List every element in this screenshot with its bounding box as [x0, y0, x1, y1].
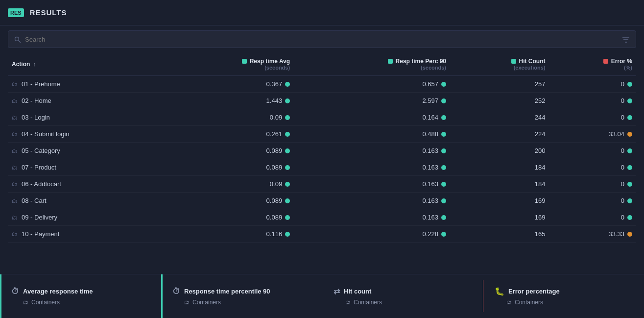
- cell-error-pct-6: 0: [549, 176, 636, 193]
- hit-count-label: Hit count: [344, 288, 371, 295]
- resp-p90-dot-9: [441, 232, 446, 237]
- error-pct-folder-icon: 🗂: [506, 299, 512, 305]
- hit-count-value-2: 244: [535, 114, 546, 121]
- col-hit-count[interactable]: Hit Count (executions): [450, 53, 549, 76]
- folder-icon-5: 🗂: [12, 164, 18, 171]
- error-pct-value-2: 0: [621, 114, 624, 121]
- action-name-1: 02 - Home: [22, 97, 51, 104]
- resp-p90-value-5: 0.163: [422, 164, 438, 171]
- resp-avg-dot-1: [285, 98, 290, 103]
- col-resp-p90[interactable]: Resp time Perc 90 (seconds): [294, 53, 450, 76]
- resp-avg-value-5: 0.089: [266, 164, 283, 171]
- error-pct-sub: Containers: [515, 299, 543, 306]
- cell-hit-count-1: 252: [450, 93, 549, 109]
- hit-count-value-5: 184: [535, 164, 546, 171]
- cell-resp-avg-5: 0.089: [162, 159, 294, 176]
- hit-count-icon: ⇄: [334, 287, 340, 296]
- resp-p90-value-9: 0.228: [422, 230, 438, 238]
- col-resp-avg[interactable]: Resp time Avg (seconds): [162, 53, 294, 76]
- error-dot-7: [627, 198, 632, 203]
- cell-hit-count-9: 165: [450, 226, 549, 243]
- table-row[interactable]: 🗂 06 - Addtocart 0.09 0.163 184: [8, 176, 636, 193]
- search-input[interactable]: [25, 36, 622, 43]
- action-name-0: 01 - Prehome: [22, 80, 60, 88]
- resp-p90-dot-7: [441, 198, 446, 203]
- folder-icon-0: 🗂: [12, 81, 18, 88]
- resp-avg-value-0: 0.367: [266, 80, 283, 88]
- table-container: Action ↑ Resp time Avg (seconds) Resp ti…: [0, 53, 644, 274]
- cell-error-pct-0: 0: [549, 76, 636, 93]
- cell-resp-p90-4: 0.163: [294, 143, 450, 159]
- resp-p90-dot-6: [441, 182, 446, 187]
- hit-count-value-8: 169: [535, 214, 546, 221]
- cell-action-1: 🗂 02 - Home: [8, 93, 162, 109]
- cell-action-6: 🗂 06 - Addtocart: [8, 176, 162, 193]
- table-row[interactable]: 🗂 04 - Submit login 0.261 0.488 224: [8, 126, 636, 143]
- hit-count-value-9: 165: [535, 230, 546, 238]
- cell-resp-avg-9: 0.116: [162, 226, 294, 243]
- folder-icon-9: 🗂: [12, 231, 18, 238]
- table-row[interactable]: 🗂 02 - Home 1.443 2.597 252: [8, 93, 636, 109]
- resp-p90-value-0: 0.657: [422, 80, 438, 88]
- resp-avg-dot-0: [285, 82, 290, 87]
- cell-error-pct-1: 0: [549, 93, 636, 109]
- folder-icon-3: 🗂: [12, 131, 18, 138]
- col-action[interactable]: Action ↑: [8, 53, 162, 76]
- cell-error-pct-3: 33.04: [549, 126, 636, 143]
- resp-avg-value-7: 0.089: [266, 197, 283, 204]
- hit-count-sub: Containers: [354, 299, 382, 306]
- hit-count-folder-icon: 🗂: [345, 299, 351, 305]
- table-body: 🗂 01 - Prehome 0.367 0.657 257: [8, 76, 636, 243]
- hit-count-value-1: 252: [535, 97, 546, 104]
- stats-bar: ⏱ Average response time 🗂 Containers ⏱ R…: [0, 274, 644, 318]
- table-row[interactable]: 🗂 10 - Payment 0.116 0.228 165: [8, 226, 636, 243]
- cell-resp-p90-8: 0.163: [294, 209, 450, 226]
- error-dot-0: [627, 82, 632, 87]
- error-pct-value-9: 33.33: [608, 230, 624, 238]
- error-pct-value-5: 0: [621, 164, 624, 171]
- error-dot-9: [627, 232, 632, 237]
- filter-icon[interactable]: [622, 35, 630, 43]
- resp-avg-dot-8: [285, 215, 290, 220]
- cell-hit-count-8: 169: [450, 209, 549, 226]
- table-row[interactable]: 🗂 03 - Login 0.09 0.164 244: [8, 109, 636, 126]
- cell-resp-avg-8: 0.089: [162, 209, 294, 226]
- cell-hit-count-7: 169: [450, 193, 549, 209]
- cell-resp-p90-3: 0.488: [294, 126, 450, 143]
- folder-icon-1: 🗂: [12, 98, 18, 104]
- cell-hit-count-6: 184: [450, 176, 549, 193]
- results-table: Action ↑ Resp time Avg (seconds) Resp ti…: [8, 53, 636, 243]
- table-row[interactable]: 🗂 09 - Delivery 0.089 0.163 169: [8, 209, 636, 226]
- cell-error-pct-5: 0: [549, 159, 636, 176]
- error-dot-2: [627, 115, 632, 120]
- error-dot-5: [627, 165, 632, 170]
- resp-avg-dot-3: [285, 132, 290, 137]
- col-error-pct[interactable]: Error % (%): [549, 53, 636, 76]
- table-row[interactable]: 🗂 01 - Prehome 0.367 0.657 257: [8, 76, 636, 93]
- header-title: RESULTS: [30, 8, 67, 17]
- header-badge: RES: [8, 8, 24, 17]
- table-row[interactable]: 🗂 08 - Cart 0.089 0.163 169: [8, 193, 636, 209]
- perc90-icon: ⏱: [172, 287, 180, 296]
- cell-action-2: 🗂 03 - Login: [8, 109, 162, 126]
- action-name-8: 09 - Delivery: [22, 214, 57, 221]
- hit-count-value-3: 224: [535, 130, 546, 138]
- cell-action-0: 🗂 01 - Prehome: [8, 76, 162, 93]
- resp-avg-value-1: 1.443: [266, 97, 283, 104]
- stat-error-pct: 🐛 Error percentage 🗂 Containers: [483, 274, 644, 318]
- perc90-folder-icon: 🗂: [184, 299, 190, 305]
- table-row[interactable]: 🗂 07 - Product 0.089 0.163 184: [8, 159, 636, 176]
- error-dot-6: [627, 182, 632, 187]
- table-row[interactable]: 🗂 05 - Category 0.089 0.163 200: [8, 143, 636, 159]
- avg-response-icon: ⏱: [11, 287, 19, 296]
- resp-avg-dot-9: [285, 232, 290, 237]
- error-dot-8: [627, 215, 632, 220]
- avg-response-label: Average response time: [23, 288, 93, 295]
- resp-p90-dot-2: [441, 115, 446, 120]
- cell-hit-count-4: 200: [450, 143, 549, 159]
- resp-avg-dot-6: [285, 182, 290, 187]
- folder-icon-8: 🗂: [12, 214, 18, 221]
- error-pct-value-7: 0: [621, 197, 624, 204]
- cell-error-pct-9: 33.33: [549, 226, 636, 243]
- cell-action-8: 🗂 09 - Delivery: [8, 209, 162, 226]
